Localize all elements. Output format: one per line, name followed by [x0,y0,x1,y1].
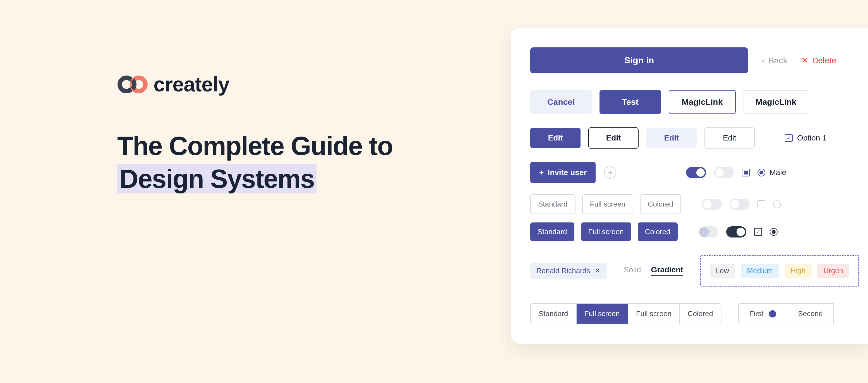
logo-icon [117,75,148,94]
radio-male[interactable] [757,169,765,176]
step-second-label: Second [798,309,823,318]
plus-icon: + [539,168,544,177]
seg-fullscreen-c1[interactable]: Full screen [577,304,628,324]
component-card: Sign in ‹ Back ✕ Delete Cancel Test Magi… [511,28,868,344]
test-button[interactable]: Test [599,90,661,114]
segment-group: Standard Full screen Full screen Colored [530,303,721,324]
seg-colored-a[interactable]: Colored [640,194,681,214]
page-headline: The Complete Guide to Design Systems [117,130,393,195]
toggle-on-dark[interactable] [726,227,746,238]
close-icon: ✕ [801,56,808,65]
checkbox-checked-dark[interactable]: ✓ [754,228,762,236]
chip-label: Ronald Richards [536,267,590,275]
cancel-button[interactable]: Cancel [530,90,592,114]
seg-standard-c[interactable]: Standard [531,304,577,324]
delete-label: Delete [812,56,836,65]
signin-button[interactable]: Sign in [530,47,748,73]
toggle-light[interactable] [698,227,718,238]
step-second[interactable]: Second [787,303,834,324]
seg-fullscreen-a[interactable]: Full screen [582,194,633,214]
tag-high[interactable]: High [784,264,812,278]
user-chip[interactable]: Ronald Richards ✕ [530,263,607,279]
tab-gradient[interactable]: Gradient [651,265,683,276]
back-label: Back [769,56,787,65]
headline-line1: The Complete Guide to [117,131,393,161]
checkbox-empty[interactable] [757,201,765,208]
radio-dark-selected[interactable] [770,228,778,236]
edit-button-thin[interactable]: Edit [705,128,755,148]
edit-button-primary[interactable]: Edit [530,128,581,148]
add-circle-button[interactable]: + [604,166,616,179]
edit-button-light[interactable]: Edit [646,128,696,148]
close-icon: ✕ [594,267,600,275]
tag-low[interactable]: Low [710,264,736,278]
seg-standard-a[interactable]: Standard [530,194,576,214]
seg-standard-b[interactable]: Standard [530,222,575,241]
seg-fullscreen-c2[interactable]: Full screen [628,304,680,324]
delete-link[interactable]: ✕ Delete [801,56,836,65]
logo: creately [117,72,393,96]
tag-urgent[interactable]: Urgen [817,264,849,278]
step-first[interactable]: First [738,303,787,324]
magiclink-button-1[interactable]: MagicLink [669,90,736,114]
radio-empty[interactable] [773,201,781,208]
seg-colored-b[interactable]: Colored [638,222,678,241]
seg-fullscreen-b[interactable]: Full screen [581,222,631,241]
tag-panel: Low Medium High Urgen [700,255,859,286]
tag-medium[interactable]: Medium [741,264,779,278]
option1-checkbox[interactable]: ✓ [785,134,793,142]
toggle-off-2[interactable] [702,199,722,210]
male-label: Male [769,168,786,177]
tab-solid[interactable]: Solid [623,265,641,276]
magiclink-button-2[interactable]: MagicLink [744,90,808,114]
back-link[interactable]: ‹ Back [762,56,787,65]
chevron-left-icon: ‹ [762,56,765,65]
toggle-off-gray[interactable] [714,167,734,178]
step-first-label: First [749,309,764,318]
checkbox-indeterminate[interactable] [742,169,750,176]
edit-button-outline[interactable]: Edit [588,128,639,148]
toggle-off-3[interactable] [730,199,750,210]
invite-user-button[interactable]: + Invite user [530,162,596,183]
invite-label: Invite user [548,168,587,177]
option1-label: Option 1 [797,134,827,142]
toggle-on-blue[interactable] [686,167,706,178]
step-group: First Second [738,303,834,324]
headline-highlight: Design Systems [117,164,316,194]
step-dot-icon [769,310,776,317]
seg-colored-c[interactable]: Colored [680,304,721,324]
logo-text: creately [154,72,229,96]
